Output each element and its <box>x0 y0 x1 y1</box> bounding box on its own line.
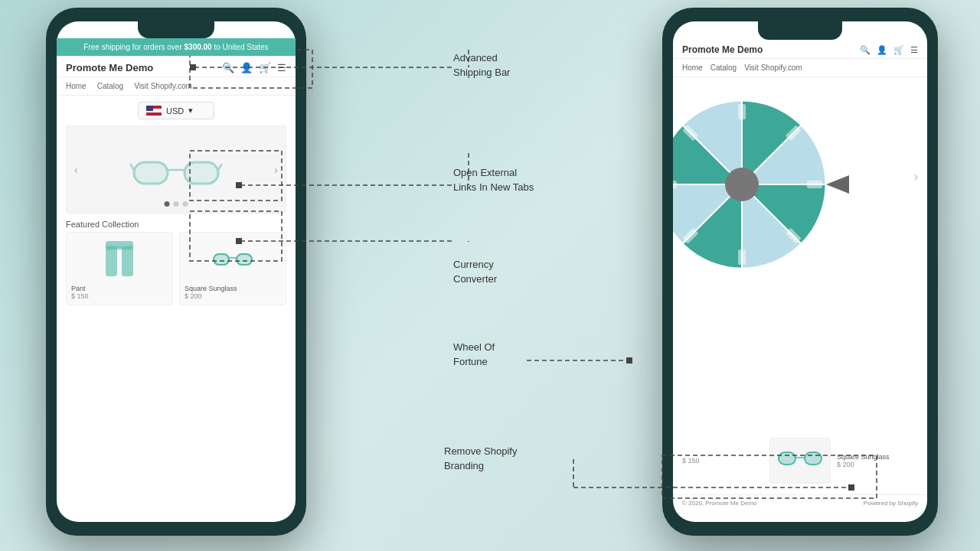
featured-title: Featured Collection <box>57 214 296 232</box>
slider-dot-1 <box>165 201 170 207</box>
svg-rect-32 <box>673 181 677 188</box>
right-phone-screen: Promote Me Demo 🔍 👤 🛒 ☰ Home Catalog Vis… <box>673 21 927 522</box>
rp-cart-icon[interactable]: 🛒 <box>893 45 904 55</box>
flag-icon <box>146 106 162 116</box>
svg-rect-6 <box>185 162 218 184</box>
currency-chevron-icon: ▾ <box>188 106 193 116</box>
svg-rect-15 <box>237 254 252 265</box>
account-icon[interactable]: 👤 <box>240 62 253 73</box>
annotation-shipping-text: Advanced Shipping Bar <box>453 52 510 78</box>
right-phone-notch <box>758 21 842 40</box>
store-name-left: Promote Me Demo <box>66 62 153 73</box>
svg-rect-28 <box>807 181 822 188</box>
svg-rect-38 <box>805 452 822 465</box>
rp-footer: © 2020, Promote Me Demo Powered by Shopi… <box>673 494 927 511</box>
rp-product-label: Square Sunglass <box>837 453 918 461</box>
nav-catalog-left[interactable]: Catalog <box>97 82 123 90</box>
currency-selector[interactable]: USD ▾ <box>138 102 214 119</box>
nav-home-left[interactable]: Home <box>66 82 87 90</box>
rp-account-icon[interactable]: 👤 <box>877 45 887 55</box>
product-image-pants <box>71 237 168 282</box>
left-phone: Free shipping for orders over $300.00 to… <box>46 8 306 536</box>
svg-line-4 <box>218 164 222 170</box>
rp-slider-arrow[interactable]: › <box>914 170 918 184</box>
svg-rect-53 <box>626 357 632 364</box>
slider-dots <box>165 201 188 207</box>
rp-nav-home[interactable]: Home <box>682 64 703 72</box>
rp-product-price: $ 200 <box>837 461 918 468</box>
rp-bottom-row: $ 150 Square Sunglass $ 200 <box>673 438 927 484</box>
rp-footer-copyright: © 2020, Promote Me Demo <box>682 500 757 507</box>
annotation-currency-text: Currency Converter <box>453 259 497 285</box>
left-phone-notch <box>138 21 214 38</box>
rp-product-thumb <box>769 438 831 484</box>
wheel-pointer <box>826 175 849 194</box>
rp-footer-powered: Powered by Shopify <box>864 500 918 507</box>
annotation-branding: Remove Shopify Branding <box>444 444 517 473</box>
svg-point-25 <box>725 168 759 201</box>
rp-header-icons: 🔍 👤 🛒 ☰ <box>860 45 918 55</box>
slider-next-button[interactable]: › <box>271 161 281 179</box>
rp-bottom-price: $ 150 <box>682 457 763 465</box>
currency-row: USD ▾ <box>57 96 296 126</box>
right-phone: Promote Me Demo 🔍 👤 🛒 ☰ Home Catalog Vis… <box>662 8 938 536</box>
wheel-svg-container <box>673 85 857 287</box>
svg-line-3 <box>130 164 134 170</box>
pants-icon <box>103 240 136 279</box>
store-header: Promote Me Demo 🔍 👤 🛒 ☰ <box>57 56 296 77</box>
svg-rect-5 <box>134 162 168 184</box>
nav-shopify-left[interactable]: Visit Shopify.com <box>134 82 192 90</box>
rp-menu-icon[interactable]: ☰ <box>910 45 918 55</box>
product-name-pants: Pant <box>71 285 168 292</box>
cart-icon[interactable]: 🛒 <box>259 62 271 73</box>
shipping-bar-amount: $300.00 <box>185 43 212 51</box>
left-phone-screen: Free shipping for orders over $300.00 to… <box>57 21 296 522</box>
rp-nav-catalog[interactable]: Catalog <box>710 64 737 72</box>
product-name-sunglass: Square Sunglass <box>185 285 281 292</box>
rp-sunglass-thumb-icon <box>777 446 823 475</box>
sunglass-small-icon <box>212 248 253 271</box>
svg-rect-10 <box>106 246 133 250</box>
rp-store-header: Promote Me Demo 🔍 👤 🛒 ☰ <box>673 38 927 59</box>
rp-store-name: Promote Me Demo <box>682 44 763 55</box>
annotation-links-text: Open External Links In New Tabs <box>453 167 534 193</box>
svg-rect-37 <box>779 452 795 465</box>
slider-prev-button[interactable]: ‹ <box>71 161 81 179</box>
svg-rect-26 <box>738 104 746 119</box>
svg-rect-9 <box>122 247 133 276</box>
annotation-branding-text: Remove Shopify Branding <box>444 445 517 471</box>
menu-icon[interactable]: ☰ <box>277 62 286 73</box>
product-card-pants[interactable]: Pant $ 150 <box>66 232 173 305</box>
product-image-sunglass <box>185 237 281 282</box>
header-icons-left: 🔍 👤 🛒 ☰ <box>222 62 286 73</box>
annotation-wheel-text: Wheel Of Fortune <box>453 341 495 367</box>
rp-nav-shopify[interactable]: Visit Shopify.com <box>744 64 802 72</box>
product-price-pants: $ 150 <box>71 292 168 300</box>
rp-store-nav: Home Catalog Visit Shopify.com <box>673 59 927 77</box>
store-nav-left: Home Catalog Visit Shopify.com <box>57 77 296 96</box>
svg-rect-30 <box>738 249 746 265</box>
currency-code: USD <box>166 106 184 116</box>
svg-rect-14 <box>214 254 229 265</box>
hero-slider: ‹ › <box>66 126 286 214</box>
product-card-sunglass[interactable]: Square Sunglass $ 200 <box>179 232 286 305</box>
product-grid: Pant $ 150 Square Sunglass $ 200 <box>57 232 296 305</box>
wheel-of-fortune: › <box>673 77 927 276</box>
wheel-svg <box>673 85 857 284</box>
annotation-shipping: Advanced Shipping Bar <box>453 51 510 80</box>
shipping-bar-text: Free shipping for orders over <box>83 43 184 51</box>
annotation-currency: Currency Converter <box>453 257 497 286</box>
hero-product-image <box>130 147 222 193</box>
slider-dot-3 <box>183 201 188 207</box>
shipping-bar-suffix: to United States <box>212 43 269 51</box>
shipping-bar: Free shipping for orders over $300.00 to… <box>57 38 296 56</box>
svg-rect-8 <box>106 247 117 276</box>
product-price-sunglass: $ 200 <box>185 292 281 300</box>
annotation-wheel: Wheel Of Fortune <box>453 340 495 369</box>
rp-search-icon[interactable]: 🔍 <box>860 45 871 55</box>
search-icon[interactable]: 🔍 <box>222 62 234 73</box>
slider-dot-2 <box>174 201 179 207</box>
annotation-links: Open External Links In New Tabs <box>453 165 534 194</box>
